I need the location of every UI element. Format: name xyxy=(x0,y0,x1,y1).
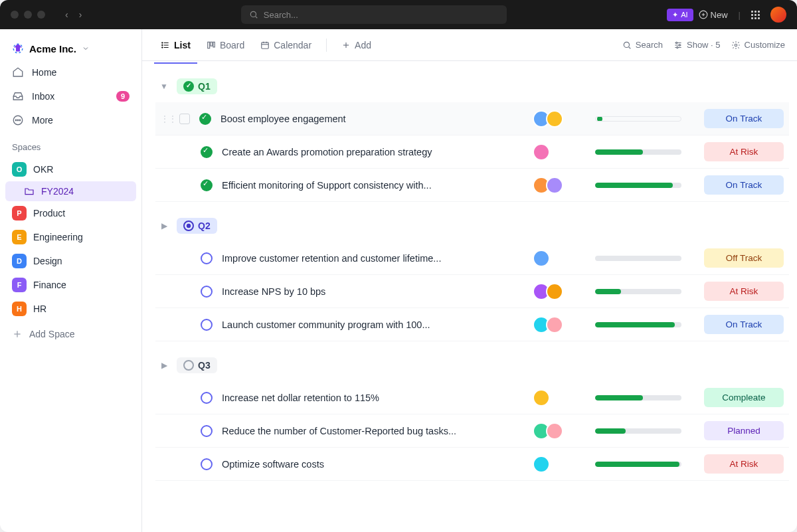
group-header-q2[interactable]: ▶Q2 xyxy=(155,214,789,242)
status-open-icon[interactable] xyxy=(201,286,213,298)
search-icon xyxy=(622,41,632,50)
toolbar-search[interactable]: Search xyxy=(622,40,663,50)
status-pill[interactable]: Planned xyxy=(704,421,784,440)
search-input[interactable]: Search... xyxy=(241,5,507,24)
status-pill[interactable]: On Track xyxy=(704,175,784,195)
group-header-q1[interactable]: ▼Q1 xyxy=(155,74,789,102)
avatar xyxy=(546,177,563,194)
progress-bar xyxy=(595,183,681,188)
window-controls[interactable] xyxy=(11,11,45,19)
avatar xyxy=(533,143,550,161)
home-icon xyxy=(12,66,24,78)
user-avatar[interactable] xyxy=(770,7,786,23)
svg-point-34 xyxy=(677,46,678,48)
row-checkbox[interactable] xyxy=(179,114,190,124)
status-open-icon[interactable] xyxy=(201,425,213,437)
titlebar: ‹ › Search... ✦ AI New | xyxy=(0,0,797,29)
progress-bar xyxy=(595,322,681,327)
chevron-icon[interactable]: ▼ xyxy=(158,82,170,91)
task-title: Boost employee engagement xyxy=(221,114,523,124)
status-pill[interactable]: At Risk xyxy=(704,142,784,161)
assignees[interactable] xyxy=(533,422,586,440)
svg-point-32 xyxy=(675,42,677,43)
drag-handle-icon[interactable]: ⋮⋮ xyxy=(161,114,170,124)
sidebar-space-product[interactable]: PProduct xyxy=(5,201,136,225)
sidebar-more[interactable]: More xyxy=(5,109,136,132)
assignees[interactable] xyxy=(533,110,586,128)
status-done-icon[interactable] xyxy=(201,146,213,158)
status-done-icon[interactable] xyxy=(201,179,213,191)
avatar xyxy=(546,110,563,128)
status-pill[interactable]: At Risk xyxy=(704,282,784,301)
add-view-button[interactable]: Add xyxy=(335,36,378,54)
plus-icon xyxy=(12,329,23,339)
check-circle-icon xyxy=(183,81,194,92)
sidebar-home[interactable]: Home xyxy=(5,61,136,84)
status-pill[interactable]: Off Track xyxy=(704,248,784,268)
space-avatar: H xyxy=(12,302,27,316)
circle-icon xyxy=(183,360,194,371)
ai-badge[interactable]: ✦ AI xyxy=(667,9,693,21)
task-row[interactable]: Improve customer retention and customer … xyxy=(155,242,789,275)
add-space-button[interactable]: Add Space xyxy=(5,322,136,346)
svg-point-27 xyxy=(624,42,629,47)
avatar xyxy=(546,283,563,300)
view-toolbar: ListBoardCalendar Add Search Show · 5 Cu… xyxy=(142,29,797,61)
task-row[interactable]: Increase NPS by 10 bpsAt Risk xyxy=(155,275,789,308)
toolbar-customize[interactable]: Customize xyxy=(731,40,785,50)
apps-icon[interactable] xyxy=(751,11,760,19)
svg-rect-19 xyxy=(211,42,213,46)
task-row[interactable]: Increase net dollar retention to 115%Com… xyxy=(155,381,789,414)
view-tab-board[interactable]: Board xyxy=(200,36,251,54)
plus-icon xyxy=(341,41,351,50)
assignees[interactable] xyxy=(533,143,586,161)
avatar xyxy=(533,250,550,267)
task-title: Launch customer community program with 1… xyxy=(222,319,523,330)
task-title: Increase net dollar retention to 115% xyxy=(222,393,523,403)
sidebar-space-hr[interactable]: HHR xyxy=(5,297,136,321)
assignees[interactable] xyxy=(533,456,586,473)
assignees[interactable] xyxy=(533,250,586,267)
status-open-icon[interactable] xyxy=(201,252,213,264)
chevron-icon[interactable]: ▶ xyxy=(158,361,170,370)
status-open-icon[interactable] xyxy=(201,392,213,404)
assignees[interactable] xyxy=(533,316,586,333)
task-title: Efficient monitoring of Support consiste… xyxy=(222,180,523,191)
view-tab-calendar[interactable]: Calendar xyxy=(254,36,318,54)
nav-back-icon[interactable]: ‹ xyxy=(61,7,72,23)
assignees[interactable] xyxy=(533,177,586,194)
task-row[interactable]: Reduce the number of Customer-Reported b… xyxy=(155,414,789,448)
task-row[interactable]: ⋮⋮Boost employee engagementOn Track xyxy=(155,102,789,135)
new-button[interactable]: New xyxy=(699,10,728,20)
sidebar-space-finance[interactable]: FFinance xyxy=(5,273,136,297)
task-row[interactable]: Efficient monitoring of Support consiste… xyxy=(155,169,789,202)
workspace-switcher[interactable]: Acme Inc. xyxy=(5,37,136,60)
list-icon xyxy=(161,41,170,50)
svg-line-1 xyxy=(255,17,257,19)
sidebar-space-okr[interactable]: OOKR xyxy=(5,157,136,181)
status-pill[interactable]: At Risk xyxy=(704,454,784,474)
sidebar-inbox[interactable]: Inbox 9 xyxy=(5,85,136,108)
clickup-logo-icon xyxy=(12,43,24,54)
group-header-q3[interactable]: ▶Q3 xyxy=(155,353,789,381)
chevron-icon[interactable]: ▶ xyxy=(158,221,170,230)
nav-forward-icon[interactable]: › xyxy=(75,7,86,23)
assignees[interactable] xyxy=(533,389,586,406)
task-row[interactable]: Create an Awards promotion preparation s… xyxy=(155,135,789,169)
sidebar-space-fy2024[interactable]: FY2024 xyxy=(5,181,136,201)
sidebar-space-engineering[interactable]: EEngineering xyxy=(5,225,136,249)
status-done-icon[interactable] xyxy=(199,113,211,125)
task-row[interactable]: Optimize software costsAt Risk xyxy=(155,448,789,481)
status-pill[interactable]: Compleate xyxy=(704,388,784,407)
status-open-icon[interactable] xyxy=(201,458,213,470)
status-open-icon[interactable] xyxy=(201,319,213,331)
svg-point-35 xyxy=(735,44,737,46)
status-pill[interactable]: On Track xyxy=(704,109,784,128)
sidebar-space-design[interactable]: DDesign xyxy=(5,249,136,273)
view-tab-list[interactable]: List xyxy=(154,36,197,64)
toolbar-show[interactable]: Show · 5 xyxy=(673,40,721,50)
status-pill[interactable]: On Track xyxy=(704,315,784,334)
inbox-icon xyxy=(12,90,24,102)
assignees[interactable] xyxy=(533,283,586,300)
task-row[interactable]: Launch customer community program with 1… xyxy=(155,308,789,341)
